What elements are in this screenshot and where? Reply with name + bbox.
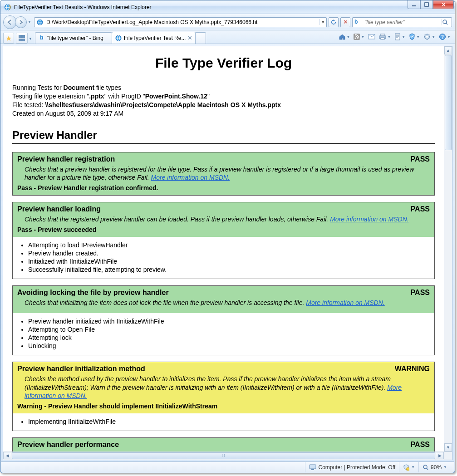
quick-tabs-dropdown-icon[interactable]: ▼ (29, 37, 32, 41)
test-title: Preview handler performance (17, 441, 119, 449)
tab-close-button[interactable]: ✕ (187, 34, 192, 41)
safety-menu-button[interactable]: ▼ (408, 32, 421, 42)
intro-created: Created on August 05, 2009 at 9:17 AM (12, 109, 435, 118)
test-header: Preview handler performancePASS (13, 438, 434, 451)
print-button[interactable]: ▼ (378, 32, 392, 42)
svg-rect-12 (380, 34, 385, 36)
zone-label: Computer | Protected Mode: Off (318, 464, 395, 471)
feeds-button[interactable]: ▼ (352, 32, 366, 42)
tab-verifier-results[interactable]: FileTypeVerifier Test Re... ✕ (112, 32, 196, 44)
svg-text:?: ? (441, 34, 444, 39)
scroll-left-button[interactable]: ◀ (3, 452, 11, 459)
msdn-link[interactable]: More information on MSDN. (330, 216, 409, 223)
window-title: FileTypeVerifier Test Results - Windows … (14, 4, 152, 10)
shield-warn-icon: ! (403, 464, 409, 471)
forward-button[interactable] (15, 16, 27, 28)
test-log-line: Successfully initialized file, attemptin… (28, 266, 430, 273)
search-input[interactable] (364, 19, 442, 26)
scroll-thumb-horizontal[interactable]: ⠿ (12, 452, 435, 459)
test-title: Preview handler loading (17, 205, 101, 213)
test-result: Pass - Preview succeeded (17, 226, 430, 233)
test-status: PASS (411, 289, 430, 297)
status-bar: Computer | Protected Mode: Off ! ▼ 90% ▼ (1, 461, 454, 472)
chevron-down-icon: ▼ (443, 465, 447, 469)
document-body: File Type Verifier Log Running Tests for… (3, 46, 444, 451)
test-status: PASS (411, 205, 430, 213)
refresh-button[interactable] (329, 17, 339, 27)
msdn-link[interactable]: More information on MSDN. (151, 174, 230, 181)
read-mail-button[interactable] (367, 32, 377, 42)
test-description: Checks the method used by the preview ha… (25, 375, 430, 400)
svg-point-6 (443, 20, 447, 24)
stop-button[interactable]: ✕ (340, 17, 350, 27)
test-title: Preview handler initialization method (17, 365, 145, 373)
favorites-button[interactable]: ★ (3, 33, 14, 44)
test-body: Preview handler initialized with IInitia… (13, 313, 434, 355)
search-go-button[interactable] (442, 19, 452, 25)
close-button[interactable]: ✕ (433, 0, 454, 9)
new-tab-button[interactable] (195, 32, 206, 44)
zoom-icon (423, 464, 429, 471)
search-box[interactable]: b (352, 17, 452, 27)
test-item: Avoiding locking the file by preview han… (12, 285, 435, 355)
maximize-button[interactable] (420, 0, 433, 9)
address-bar[interactable]: ▾ (34, 17, 327, 27)
home-button[interactable]: ▼ (337, 32, 352, 42)
test-log-line: Preview handler initialized with IInitia… (28, 318, 430, 325)
quick-tabs-button[interactable] (16, 33, 28, 44)
tab-label: FileTypeVerifier Test Re... (124, 35, 186, 41)
test-header: Avoiding locking the file by preview han… (13, 286, 434, 313)
test-result: Pass - Preview Handler registration conf… (17, 184, 430, 191)
window-frame: FileTypeVerifier Test Results - Windows … (0, 0, 455, 473)
test-body: Implementing IInitializeWithFile (13, 413, 434, 431)
msdn-link[interactable]: More information on MSDN. (306, 299, 385, 306)
scroll-up-button[interactable]: ▲ (444, 46, 452, 54)
test-item: Preview handler loadingPASSChecks that t… (12, 202, 435, 279)
svg-rect-3 (425, 3, 428, 6)
history-dropdown-icon[interactable]: ▼ (28, 20, 32, 24)
test-description: Checks that initializing the item does n… (25, 299, 430, 307)
minimize-button[interactable] (408, 0, 420, 9)
svg-point-10 (355, 38, 356, 39)
test-title: Avoiding locking the file by preview han… (17, 289, 169, 297)
nav-toolbar: ▼ ▾ ✕ b (0, 14, 455, 30)
svg-rect-21 (311, 469, 314, 470)
protected-mode-indicator[interactable]: ! ▼ (399, 462, 418, 472)
test-item: Preview handler registrationPASSChecks t… (12, 152, 435, 196)
ie-icon (4, 4, 11, 11)
intro-text: File tested: (12, 101, 45, 108)
intro-text: " (207, 93, 210, 100)
vertical-scrollbar[interactable]: ▲ ▼ (444, 46, 452, 451)
scroll-down-button[interactable]: ▼ (444, 443, 452, 451)
intro-block: Running Tests for Document file types Te… (12, 83, 435, 118)
ie-icon (115, 34, 122, 42)
test-status: PASS (411, 441, 430, 449)
test-log-line: Attempting to load IPreviewHandler (28, 241, 430, 249)
scroll-right-button[interactable]: ▶ (436, 452, 444, 459)
address-dropdown-icon[interactable]: ▾ (319, 19, 326, 25)
msdn-link[interactable]: More information on MSDN. (25, 384, 402, 399)
command-bar: ▼ ▼ ▼ ▼ ▼ ▼ ?▼ (337, 32, 452, 42)
titlebar: FileTypeVerifier Test Results - Windows … (0, 0, 455, 14)
svg-text:!: ! (408, 468, 408, 471)
security-zone: Computer | Protected Mode: Off (305, 462, 399, 472)
tab-bing-search[interactable]: b "file type verifier" - Bing (35, 32, 112, 44)
page-menu-button[interactable]: ▼ (393, 32, 407, 42)
tab-bar: ★ ▼ b "file type verifier" - Bing FileTy… (0, 30, 455, 44)
svg-rect-14 (381, 38, 384, 39)
zoom-control[interactable]: 90% ▼ (418, 462, 451, 472)
help-menu-button[interactable]: ?▼ (437, 32, 452, 42)
test-log-line: Initialized with IInitializeWithFile (28, 258, 430, 265)
scroll-thumb[interactable] (445, 55, 452, 150)
page-icon (36, 19, 44, 26)
tab-label: "file type verifier" - Bing (47, 35, 103, 41)
zoom-level: 90% (431, 464, 442, 471)
horizontal-scrollbar[interactable]: ◀ ⠿ ▶ (3, 451, 444, 460)
test-item: Preview handler performancePASS (12, 437, 435, 451)
intro-text: Running Tests for (12, 84, 64, 91)
test-log-line: Attempting lock (28, 334, 430, 341)
tools-menu-button[interactable]: ▼ (422, 32, 437, 42)
intro-text: file types (94, 84, 121, 91)
test-log-line: Attempting to Open File (28, 326, 430, 333)
address-input[interactable] (45, 18, 319, 26)
